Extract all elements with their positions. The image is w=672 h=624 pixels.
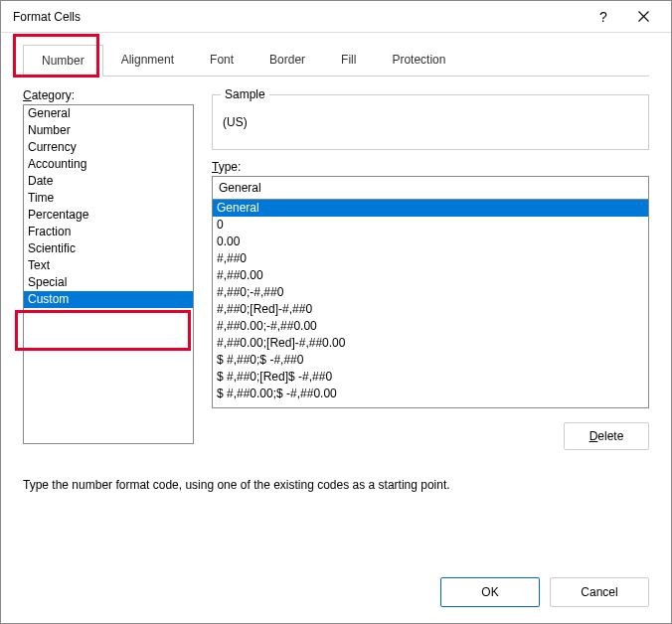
type-format-item[interactable]: #,##0;-#,##0: [213, 284, 648, 301]
right-column: Sample (US) Type: General00.00#,##0#,##0…: [212, 88, 649, 450]
type-format-item[interactable]: 0.00: [213, 234, 648, 250]
tab-strip: NumberAlignmentFontBorderFillProtection: [23, 45, 649, 77]
type-format-item[interactable]: $ #,##0.00;$ -#,##0.00: [213, 386, 648, 402]
type-format-item[interactable]: #,##0;[Red]-#,##0: [213, 301, 648, 318]
type-input[interactable]: [212, 176, 649, 200]
tab-number[interactable]: Number: [23, 45, 103, 77]
sample-label: Sample: [221, 87, 269, 101]
close-button[interactable]: [623, 2, 663, 32]
category-item-general[interactable]: General: [24, 105, 193, 122]
type-label: Type:: [212, 160, 649, 174]
cancel-button[interactable]: Cancel: [550, 577, 649, 607]
type-format-item[interactable]: 0: [213, 217, 648, 234]
category-item-date[interactable]: Date: [24, 173, 193, 190]
type-format-item[interactable]: General: [213, 200, 648, 217]
type-format-item[interactable]: #,##0.00;[Red]-#,##0.00: [213, 335, 648, 352]
dialog-title: Format Cells: [13, 10, 584, 24]
titlebar: Format Cells ?: [1, 1, 671, 33]
sample-value: (US): [223, 115, 248, 129]
type-format-item[interactable]: $ #,##0;$ -#,##0: [213, 352, 648, 369]
type-format-item[interactable]: $ #,##0;[Red]$ -#,##0: [213, 369, 648, 386]
help-button[interactable]: ?: [584, 2, 623, 32]
close-icon: [638, 11, 649, 22]
category-item-accounting[interactable]: Accounting: [24, 156, 193, 173]
category-item-time[interactable]: Time: [24, 190, 193, 207]
tab-font[interactable]: Font: [192, 45, 252, 76]
category-column: Category: GeneralNumberCurrencyAccountin…: [23, 88, 194, 450]
category-item-special[interactable]: Special: [24, 274, 193, 291]
tab-alignment[interactable]: Alignment: [103, 45, 192, 76]
hint-text: Type the number format code, using one o…: [23, 478, 649, 492]
delete-button[interactable]: Delete: [564, 422, 649, 450]
category-item-percentage[interactable]: Percentage: [24, 207, 193, 224]
tab-border[interactable]: Border: [252, 45, 323, 76]
type-format-listbox[interactable]: General00.00#,##0#,##0.00#,##0;-#,##0#,#…: [212, 200, 649, 408]
category-item-currency[interactable]: Currency: [24, 139, 193, 156]
content-area: Category: GeneralNumberCurrencyAccountin…: [23, 88, 649, 450]
dialog-footer: OK Cancel: [1, 565, 671, 623]
category-item-fraction[interactable]: Fraction: [24, 224, 193, 240]
ok-button[interactable]: OK: [440, 577, 540, 607]
type-format-item[interactable]: #,##0: [213, 250, 648, 267]
format-cells-dialog: Format Cells ? NumberAlignmentFontBorder…: [0, 0, 672, 624]
category-item-text[interactable]: Text: [24, 257, 193, 274]
dialog-body: NumberAlignmentFontBorderFillProtection …: [1, 33, 671, 565]
category-item-number[interactable]: Number: [24, 122, 193, 139]
category-label: Category:: [23, 88, 75, 102]
tab-fill[interactable]: Fill: [323, 45, 374, 76]
category-item-scientific[interactable]: Scientific: [24, 240, 193, 257]
sample-box: Sample (US): [212, 94, 649, 150]
tab-protection[interactable]: Protection: [374, 45, 463, 76]
type-format-item[interactable]: #,##0.00: [213, 267, 648, 284]
category-listbox[interactable]: GeneralNumberCurrencyAccountingDateTimeP…: [23, 104, 194, 444]
type-format-item[interactable]: #,##0.00;-#,##0.00: [213, 318, 648, 335]
category-item-custom[interactable]: Custom: [24, 291, 193, 308]
